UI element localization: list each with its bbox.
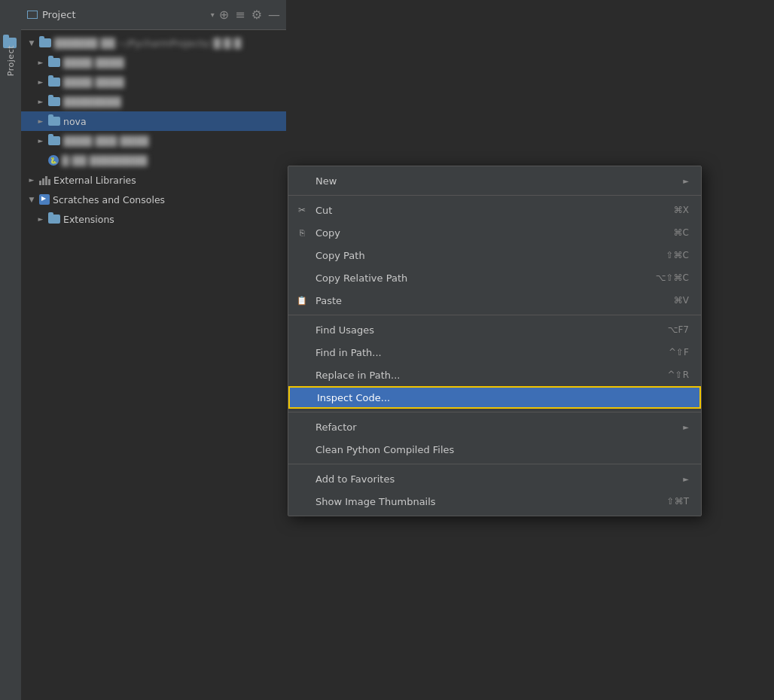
menu-item-inspect-code[interactable]: Inspect Code...: [288, 386, 701, 409]
tree-item-pyfile[interactable]: 🐍 █ ██ ████████: [21, 151, 286, 170]
panel-header-icons: ⊕ ≡ ⚙ —: [219, 8, 280, 22]
menu-item-replace-in-path[interactable]: Replace in Path... ^⇧R: [288, 364, 701, 386]
menu-item-add-favorites[interactable]: Add to Favorites ►: [288, 467, 701, 490]
context-menu: New ► ✂ Cut ⌘X ⎘ Copy ⌘C Copy Path ⇧⌘C C…: [288, 166, 702, 516]
scratch-icon: [39, 194, 50, 205]
panel-title: Project: [42, 9, 206, 20]
favorites-arrow: ►: [683, 475, 689, 483]
project-tree: ██████ ██ ~/PycharmProjects/ █ █ █ ████ …: [21, 30, 286, 232]
menu-item-find-in-path[interactable]: Find in Path... ^⇧F: [288, 341, 701, 364]
folder-icon-extensions: [48, 215, 60, 224]
menu-item-cut[interactable]: ✂ Cut ⌘X: [288, 199, 701, 221]
paste-shortcut: ⌘V: [674, 295, 689, 306]
menu-item-new-label: New: [315, 175, 677, 187]
arrow-extensions: [36, 215, 45, 224]
add-icon[interactable]: ⊕: [219, 8, 229, 22]
cut-shortcut: ⌘X: [674, 205, 689, 215]
tree-item-nova[interactable]: nova: [21, 111, 286, 131]
menu-new-arrow: ►: [683, 177, 689, 185]
menu-item-copy-relative-path-label: Copy Relative Path: [315, 272, 656, 284]
copy-path-shortcut: ⇧⌘C: [666, 250, 689, 260]
find-usages-shortcut: ⌥F7: [668, 324, 689, 335]
folder-icon-4: [48, 136, 60, 145]
minimize-icon[interactable]: —: [268, 8, 280, 22]
folder-icon-1: [48, 58, 60, 67]
arrow-folder1: [36, 58, 45, 67]
tree-item-folder2[interactable]: ████ ████: [21, 72, 286, 92]
copy-shortcut: ⌘C: [674, 227, 689, 238]
tree-item-scratches[interactable]: Scratches and Consoles: [21, 190, 286, 209]
cut-icon: ✂: [296, 204, 308, 216]
folder-icon-3: [48, 97, 60, 106]
divider-2: [288, 315, 701, 315]
divider-3: [288, 412, 701, 412]
arrow-nova: [36, 117, 45, 126]
menu-item-clean-python-label: Clean Python Compiled Files: [315, 444, 689, 455]
divider-4: [288, 464, 701, 464]
refactor-arrow: ►: [683, 423, 689, 431]
menu-item-show-image[interactable]: Show Image Thumbnails ⇧⌘T: [288, 490, 701, 513]
menu-item-new[interactable]: New ►: [288, 169, 701, 192]
pyfile-label: █ ██ ████████: [62, 155, 148, 166]
collapse-icon[interactable]: ≡: [235, 8, 245, 22]
menu-item-clean-python[interactable]: Clean Python Compiled Files: [288, 438, 701, 461]
menu-item-copy-path[interactable]: Copy Path ⇧⌘C: [288, 244, 701, 266]
divider-1: [288, 195, 701, 196]
settings-icon[interactable]: ⚙: [251, 8, 262, 22]
extensions-label: Extensions: [63, 214, 114, 225]
show-image-shortcut: ⇧⌘T: [667, 496, 689, 507]
copy-relative-path-shortcut: ⌥⇧⌘C: [656, 272, 689, 283]
menu-item-copy-relative-path[interactable]: Copy Relative Path ⌥⇧⌘C: [288, 266, 701, 289]
folder-icon-nova: [48, 117, 60, 126]
nova-label: nova: [63, 116, 87, 127]
vertical-tab-strip: Project: [0, 0, 21, 700]
panel-header: Project ▾ ⊕ ≡ ⚙ —: [21, 0, 286, 30]
arrow-folder2: [36, 78, 45, 87]
menu-item-copy[interactable]: ⎘ Copy ⌘C: [288, 221, 701, 244]
tree-item-folder4[interactable]: ████ ███ ████: [21, 131, 286, 151]
scratches-label: Scratches and Consoles: [53, 194, 165, 205]
menu-item-find-usages-label: Find Usages: [315, 324, 668, 336]
arrow-folder3: [36, 97, 45, 106]
tree-item-root[interactable]: ██████ ██ ~/PycharmProjects/ █ █ █: [21, 33, 286, 53]
menu-item-show-image-label: Show Image Thumbnails: [315, 496, 667, 507]
folder2-label: ████ ████: [63, 77, 124, 88]
arrow-extlibs: [27, 175, 36, 184]
menu-item-find-usages[interactable]: Find Usages ⌥F7: [288, 318, 701, 341]
arrow-scratches: [27, 195, 36, 204]
menu-item-inspect-code-label: Inspect Code...: [317, 392, 687, 403]
menu-item-copy-label: Copy: [315, 227, 674, 239]
folder4-label: ████ ███ ████: [63, 135, 149, 147]
menu-item-paste[interactable]: 📋 Paste ⌘V: [288, 289, 701, 312]
panel-title-dropdown-arrow[interactable]: ▾: [211, 11, 215, 19]
find-in-path-shortcut: ^⇧F: [669, 347, 689, 358]
replace-in-path-shortcut: ^⇧R: [668, 370, 689, 380]
project-panel: Project ▾ ⊕ ≡ ⚙ — ██████ ██ ~/PycharmPro…: [21, 0, 286, 700]
tree-item-folder3[interactable]: ████████: [21, 92, 286, 111]
menu-item-cut-label: Cut: [315, 205, 674, 216]
folder1-label: ████ ████: [63, 57, 124, 68]
extlibs-label: External Libraries: [53, 175, 136, 186]
menu-item-refactor[interactable]: Refactor ►: [288, 415, 701, 438]
vertical-tab-label[interactable]: Project: [6, 45, 16, 76]
folder3-label: ████████: [63, 96, 121, 108]
extlib-icon: [39, 175, 50, 185]
menu-item-replace-in-path-label: Replace in Path...: [315, 370, 668, 381]
menu-item-find-in-path-label: Find in Path...: [315, 347, 669, 358]
copy-icon: ⎘: [296, 227, 308, 239]
tree-item-folder1[interactable]: ████ ████: [21, 53, 286, 72]
folder-icon-2: [48, 78, 60, 87]
folder-icon-root: [39, 38, 51, 47]
menu-item-paste-label: Paste: [315, 295, 674, 306]
python-icon: 🐍: [48, 155, 59, 166]
arrow-root: [27, 38, 36, 47]
menu-item-refactor-label: Refactor: [315, 422, 677, 433]
root-label: ██████ ██ ~/PycharmProjects/ █ █ █: [54, 38, 241, 49]
tree-item-extensions[interactable]: Extensions: [21, 209, 286, 229]
panel-title-icon: [27, 11, 38, 19]
menu-item-copy-path-label: Copy Path: [315, 250, 666, 261]
menu-item-add-favorites-label: Add to Favorites: [315, 473, 677, 485]
arrow-folder4: [36, 136, 45, 145]
paste-icon: 📋: [296, 294, 308, 306]
tree-item-extlibs[interactable]: External Libraries: [21, 170, 286, 190]
